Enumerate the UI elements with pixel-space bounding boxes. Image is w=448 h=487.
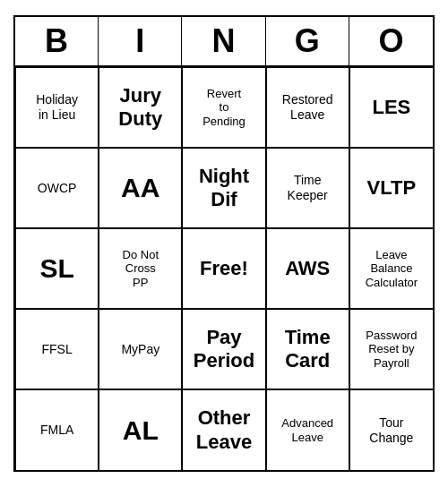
- cell-label: SL: [39, 252, 73, 285]
- cell-label: AL: [123, 414, 159, 447]
- cell-label: Leave Balance Calculator: [366, 248, 418, 290]
- cell-label: Do Not Cross PP: [123, 248, 159, 290]
- cell-label: Restored Leave: [282, 92, 333, 123]
- cell-label: Advanced Leave: [281, 416, 333, 444]
- cell-label: Time Card: [285, 326, 331, 373]
- bingo-cell[interactable]: Other Leave: [182, 389, 265, 470]
- header-letter: G: [266, 17, 349, 65]
- cell-label: Time Keeper: [288, 173, 328, 203]
- bingo-cell[interactable]: SL: [15, 228, 99, 309]
- bingo-cell[interactable]: Revert to Pending: [182, 67, 265, 148]
- cell-label: AA: [121, 172, 159, 204]
- bingo-cell[interactable]: Do Not Cross PP: [99, 228, 182, 309]
- bingo-cell[interactable]: Time Keeper: [266, 148, 349, 228]
- cell-label: AWS: [285, 257, 330, 280]
- cell-label: VLTP: [367, 176, 417, 200]
- cell-label: Holiday in Lieu: [36, 92, 78, 123]
- header-letter: B: [15, 17, 99, 65]
- bingo-card: BINGO Holiday in LieuJury DutyRevert to …: [13, 15, 435, 472]
- header-letter: N: [182, 17, 265, 65]
- cell-label: MyPay: [121, 342, 159, 357]
- bingo-cell[interactable]: AA: [99, 148, 182, 228]
- bingo-cell[interactable]: Holiday in Lieu: [15, 67, 99, 148]
- bingo-cell[interactable]: Free!: [182, 228, 265, 309]
- bingo-cell[interactable]: LES: [349, 67, 433, 148]
- bingo-grid: Holiday in LieuJury DutyRevert to Pendin…: [15, 67, 433, 470]
- bingo-cell[interactable]: Time Card: [266, 309, 349, 389]
- cell-label: Night Dif: [199, 165, 249, 212]
- bingo-cell[interactable]: Advanced Leave: [266, 389, 349, 470]
- bingo-cell[interactable]: Restored Leave: [266, 67, 349, 148]
- bingo-cell[interactable]: VLTP: [349, 148, 433, 228]
- bingo-cell[interactable]: Tour Change: [349, 389, 433, 470]
- bingo-cell[interactable]: OWCP: [15, 148, 99, 228]
- bingo-cell[interactable]: FFSL: [15, 309, 99, 389]
- cell-label: FFSL: [41, 342, 72, 357]
- bingo-cell[interactable]: AL: [99, 389, 182, 470]
- cell-label: LES: [372, 96, 410, 119]
- cell-label: Other Leave: [196, 406, 252, 454]
- bingo-cell[interactable]: Pay Period: [182, 309, 265, 389]
- bingo-cell[interactable]: Night Dif: [182, 148, 265, 228]
- cell-label: Tour Change: [369, 415, 413, 446]
- header-letter: O: [349, 17, 433, 65]
- bingo-cell[interactable]: Password Reset by Payroll: [349, 309, 433, 389]
- cell-label: Free!: [200, 257, 248, 280]
- header-letter: I: [99, 17, 182, 65]
- bingo-cell[interactable]: AWS: [266, 228, 349, 309]
- bingo-cell[interactable]: MyPay: [99, 309, 182, 389]
- cell-label: Pay Period: [194, 326, 254, 373]
- cell-label: Jury Duty: [118, 84, 162, 132]
- bingo-header: BINGO: [15, 17, 433, 67]
- bingo-cell[interactable]: Jury Duty: [99, 67, 182, 148]
- cell-label: OWCP: [38, 181, 77, 196]
- cell-label: Revert to Pending: [202, 87, 246, 129]
- cell-label: Password Reset by Payroll: [366, 329, 417, 371]
- bingo-cell[interactable]: FMLA: [15, 389, 99, 470]
- cell-label: FMLA: [40, 423, 73, 438]
- bingo-cell[interactable]: Leave Balance Calculator: [349, 228, 433, 309]
